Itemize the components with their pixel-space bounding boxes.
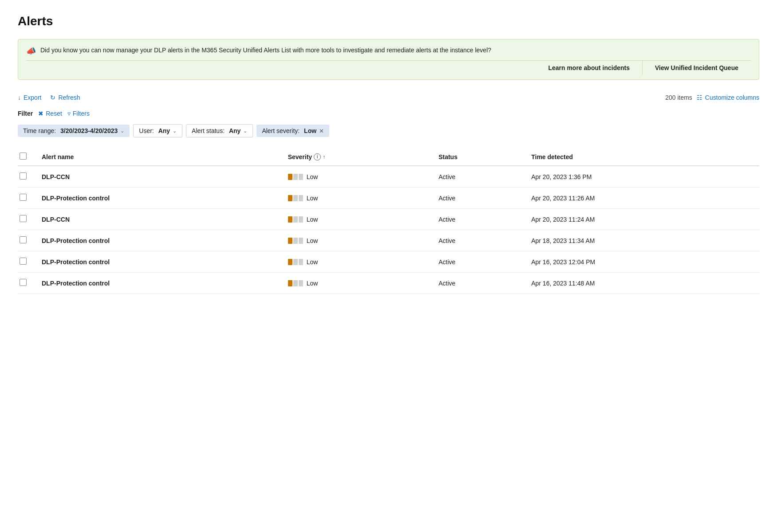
- filters-button[interactable]: ▿ Filters: [67, 110, 90, 117]
- item-count: 200 items: [665, 94, 692, 101]
- row-checkbox-0[interactable]: [20, 172, 27, 180]
- severity-bar-empty: [299, 174, 303, 180]
- filters-icon: ▿: [67, 110, 71, 117]
- severity-bar-empty: [293, 216, 298, 223]
- alert-severity-close-icon[interactable]: ✕: [319, 128, 324, 134]
- severity-bar-empty: [299, 216, 303, 223]
- row-checkbox-cell: [18, 273, 36, 294]
- view-unified-queue-button[interactable]: View Unified Incident Queue: [642, 61, 751, 75]
- row-status: Active: [433, 273, 526, 294]
- row-time-detected: Apr 16, 2023 11:48 AM: [526, 273, 759, 294]
- alert-status-prefix: Alert status:: [192, 127, 226, 134]
- severity-bar-filled: [288, 195, 292, 201]
- customize-columns-button[interactable]: ☷ Customize columns: [697, 92, 759, 103]
- alert-name-text: DLP-Protection control: [42, 280, 110, 287]
- alerts-table: Alert name Severity i ↑ Status Time dete…: [18, 148, 759, 294]
- severity-bar-empty: [299, 259, 303, 265]
- toolbar-right: 200 items ☷ Customize columns: [665, 92, 759, 103]
- row-checkbox-3[interactable]: [20, 236, 27, 243]
- row-checkbox-5[interactable]: [20, 279, 27, 286]
- row-checkbox-cell: [18, 230, 36, 251]
- header-alert-name: Alert name: [36, 148, 283, 166]
- severity-bar-empty: [293, 259, 298, 265]
- row-severity: Low: [283, 188, 434, 209]
- customize-columns-label: Customize columns: [705, 94, 759, 101]
- row-severity: Low: [283, 273, 434, 294]
- row-alert-name: DLP-Protection control: [36, 273, 283, 294]
- alert-name-text: DLP-Protection control: [42, 258, 110, 266]
- table-row[interactable]: DLP-Protection controlLowActiveApr 16, 2…: [18, 251, 759, 273]
- row-checkbox-cell: [18, 251, 36, 273]
- header-severity[interactable]: Severity i ↑: [283, 148, 434, 166]
- banner-icon: 📣: [26, 46, 36, 56]
- severity-bar-empty: [299, 195, 303, 201]
- row-severity: Low: [283, 230, 434, 251]
- severity-bar-empty: [299, 280, 303, 286]
- table-row[interactable]: DLP-Protection controlLowActiveApr 16, 2…: [18, 273, 759, 294]
- severity-bars: [288, 216, 303, 223]
- table-row[interactable]: DLP-CCNLowActiveApr 20, 2023 1:36 PM: [18, 166, 759, 188]
- severity-label: Low: [307, 258, 318, 266]
- learn-more-button[interactable]: Learn more about incidents: [536, 61, 642, 75]
- time-range-chip[interactable]: Time range: 3/20/2023-4/20/2023 ⌄: [18, 125, 130, 137]
- header-checkbox-col: [18, 148, 36, 166]
- export-button[interactable]: ↓ Export: [18, 92, 41, 103]
- row-checkbox-2[interactable]: [20, 215, 27, 222]
- severity-label: Low: [307, 195, 318, 202]
- severity-label: Low: [307, 216, 318, 223]
- row-alert-name: DLP-CCN: [36, 166, 283, 188]
- severity-bar-filled: [288, 280, 292, 286]
- row-checkbox-1[interactable]: [20, 194, 27, 201]
- severity-bar-filled: [288, 259, 292, 265]
- table-row[interactable]: DLP-Protection controlLowActiveApr 18, 2…: [18, 230, 759, 251]
- select-all-checkbox[interactable]: [20, 153, 27, 160]
- severity-label: Low: [307, 237, 318, 244]
- banner-text: Did you know you can now manage your DLP…: [40, 46, 491, 55]
- row-time-detected: Apr 20, 2023 11:24 AM: [526, 209, 759, 230]
- filter-label: Filter: [18, 110, 33, 117]
- table-row[interactable]: DLP-Protection controlLowActiveApr 20, 2…: [18, 188, 759, 209]
- row-alert-name: DLP-Protection control: [36, 188, 283, 209]
- alert-status-chip[interactable]: Alert status: Any ⌄: [186, 124, 253, 137]
- filter-bar: Filter ✖ Reset ▿ Filters: [18, 110, 759, 117]
- severity-info-icon[interactable]: i: [314, 153, 321, 160]
- severity-sort-icon[interactable]: ↑: [323, 154, 325, 160]
- refresh-label: Refresh: [58, 94, 80, 101]
- severity-bar-empty: [299, 238, 303, 244]
- page-title: Alerts: [18, 14, 759, 28]
- table-row[interactable]: DLP-CCNLowActiveApr 20, 2023 11:24 AM: [18, 209, 759, 230]
- reset-button[interactable]: ✖ Reset: [38, 110, 62, 117]
- alert-status-chevron-icon: ⌄: [243, 128, 247, 134]
- severity-bars: [288, 238, 303, 244]
- user-chip[interactable]: User: Any ⌄: [133, 124, 182, 137]
- row-time-detected: Apr 16, 2023 12:04 PM: [526, 251, 759, 273]
- severity-label: Low: [307, 173, 318, 180]
- row-checkbox-cell: [18, 166, 36, 188]
- row-status: Active: [433, 209, 526, 230]
- filter-chips: Time range: 3/20/2023-4/20/2023 ⌄ User: …: [18, 124, 759, 137]
- severity-bars: [288, 174, 303, 180]
- alert-name-text: DLP-Protection control: [42, 237, 110, 244]
- customize-columns-icon: ☷: [697, 94, 702, 101]
- severity-bars: [288, 280, 303, 286]
- row-status: Active: [433, 188, 526, 209]
- row-alert-name: DLP-CCN: [36, 209, 283, 230]
- filters-label: Filters: [73, 110, 90, 117]
- row-time-detected: Apr 20, 2023 1:36 PM: [526, 166, 759, 188]
- alert-severity-value: Low: [304, 127, 316, 134]
- alert-name-text: DLP-Protection control: [42, 195, 110, 202]
- severity-bars: [288, 195, 303, 201]
- severity-bar-empty: [293, 238, 298, 244]
- alert-severity-chip[interactable]: Alert severity: Low ✕: [256, 125, 329, 137]
- row-status: Active: [433, 230, 526, 251]
- refresh-button[interactable]: ↻ Refresh: [50, 92, 80, 103]
- row-severity: Low: [283, 251, 434, 273]
- alert-name-text: DLP-CCN: [42, 216, 70, 223]
- header-severity-label: Severity: [288, 153, 312, 160]
- info-banner: 📣 Did you know you can now manage your D…: [18, 39, 759, 80]
- severity-bar-empty: [293, 174, 298, 180]
- row-alert-name: DLP-Protection control: [36, 230, 283, 251]
- severity-bars: [288, 259, 303, 265]
- time-range-value: 3/20/2023-4/20/2023: [60, 127, 118, 134]
- row-checkbox-4[interactable]: [20, 258, 27, 265]
